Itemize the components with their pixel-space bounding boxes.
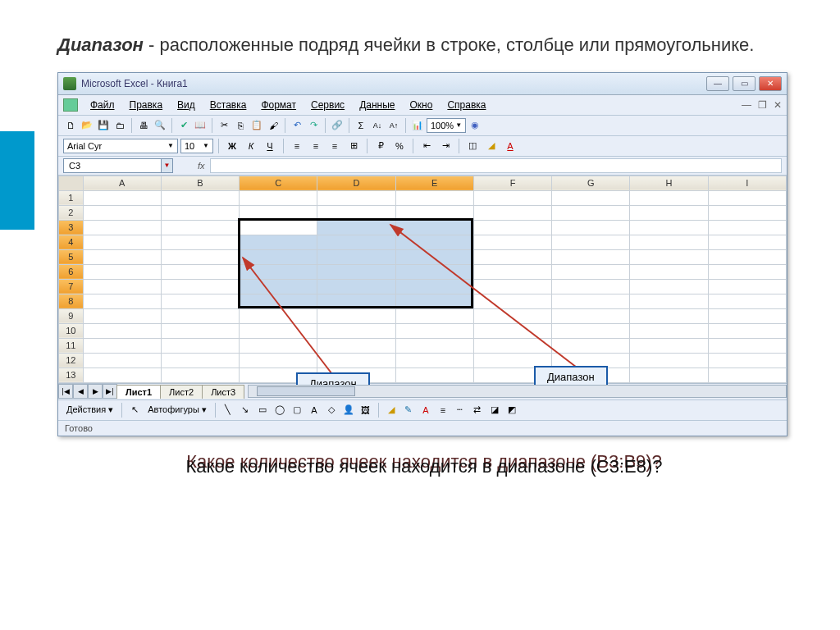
align-center-icon[interactable]: ≡ — [308, 139, 324, 153]
fx-label[interactable]: fx — [198, 161, 205, 171]
cell-C10[interactable] — [240, 323, 317, 338]
cell-E13[interactable] — [395, 368, 473, 382]
menu-help[interactable]: Справка — [441, 98, 491, 112]
currency-icon[interactable]: ₽ — [372, 139, 389, 153]
select-objects-icon[interactable]: ↖ — [127, 403, 142, 418]
cell-E10[interactable] — [395, 323, 473, 338]
doc-restore-button[interactable]: ❐ — [758, 99, 767, 111]
cell-B5[interactable] — [161, 249, 239, 264]
cell-H2[interactable] — [630, 205, 708, 220]
increase-indent-icon[interactable]: ⇥ — [437, 139, 454, 153]
decrease-indent-icon[interactable]: ⇤ — [418, 139, 435, 153]
cell-D11[interactable] — [317, 338, 395, 353]
cell-E3[interactable] — [395, 220, 473, 235]
cell-B1[interactable] — [161, 190, 239, 205]
cell-F1[interactable] — [473, 190, 551, 205]
cell-F7[interactable] — [473, 279, 551, 294]
cell-B12[interactable] — [161, 353, 239, 368]
column-header-B[interactable]: B — [161, 176, 239, 190]
cell-H5[interactable] — [630, 249, 708, 264]
cell-H1[interactable] — [630, 190, 708, 205]
menu-view[interactable]: Вид — [171, 98, 201, 112]
menu-file[interactable]: Файл — [84, 98, 121, 112]
formula-bar[interactable] — [210, 158, 782, 173]
cell-H9[interactable] — [630, 308, 708, 323]
cell-E9[interactable] — [395, 308, 473, 323]
tab-nav-prev[interactable]: ◀ — [73, 384, 88, 399]
cell-I2[interactable] — [708, 205, 786, 220]
sheet-tab-3[interactable]: Лист3 — [202, 385, 244, 399]
cell-H8[interactable] — [630, 294, 708, 308]
underline-button[interactable]: Ч — [262, 139, 278, 153]
cell-E1[interactable] — [395, 190, 473, 205]
open-icon[interactable]: 📂 — [80, 118, 94, 133]
column-header-G[interactable]: G — [552, 176, 630, 190]
diagram-icon[interactable]: ◇ — [324, 403, 339, 418]
cell-A7[interactable] — [83, 279, 161, 294]
worksheet-grid[interactable]: ABCDEFGHI12345678910111213 — [58, 176, 787, 383]
row-header-4[interactable]: 4 — [59, 235, 84, 249]
textbox-icon[interactable]: ▢ — [290, 403, 304, 418]
cell-H12[interactable] — [630, 353, 708, 368]
workbook-icon[interactable] — [63, 98, 78, 112]
column-header-A[interactable]: A — [83, 176, 161, 190]
cell-G1[interactable] — [552, 190, 630, 205]
cell-C9[interactable] — [240, 308, 317, 323]
cell-E6[interactable] — [395, 264, 473, 279]
sheet-tab-2[interactable]: Лист2 — [160, 385, 203, 399]
tab-nav-last[interactable]: ▶| — [103, 384, 117, 399]
row-header-9[interactable]: 9 — [59, 308, 84, 323]
cell-I4[interactable] — [708, 235, 786, 249]
cell-G8[interactable] — [552, 294, 630, 308]
cell-E5[interactable] — [395, 249, 473, 264]
font-color-icon[interactable]: A — [418, 403, 433, 418]
cell-D6[interactable] — [317, 264, 395, 279]
cell-I10[interactable] — [708, 323, 786, 338]
cell-I1[interactable] — [708, 190, 786, 205]
scrollbar-thumb[interactable] — [257, 386, 355, 396]
cell-A8[interactable] — [83, 294, 161, 308]
cell-I3[interactable] — [708, 220, 786, 235]
undo-icon[interactable]: ↶ — [290, 118, 304, 133]
row-header-13[interactable]: 13 — [59, 368, 84, 382]
spelling-icon[interactable]: ✔ — [176, 118, 191, 133]
cell-C6[interactable] — [240, 264, 317, 279]
shadow-icon[interactable]: ◪ — [487, 403, 502, 418]
bold-button[interactable]: Ж — [224, 139, 240, 153]
doc-minimize-button[interactable]: — — [742, 99, 751, 111]
cell-G7[interactable] — [552, 279, 630, 294]
cell-B7[interactable] — [161, 279, 239, 294]
cell-A6[interactable] — [83, 264, 161, 279]
menu-data[interactable]: Данные — [354, 98, 400, 112]
rectangle-icon[interactable]: ▭ — [255, 403, 270, 418]
cell-D7[interactable] — [317, 279, 395, 294]
cell-E8[interactable] — [395, 294, 473, 308]
cell-D10[interactable] — [317, 323, 395, 338]
cell-C4[interactable] — [240, 235, 317, 249]
cell-I6[interactable] — [708, 264, 786, 279]
chart-wizard-icon[interactable]: 📊 — [410, 118, 425, 133]
cell-F11[interactable] — [473, 338, 551, 353]
cell-C8[interactable] — [240, 294, 317, 308]
sort-asc-icon[interactable]: A↓ — [370, 118, 385, 133]
cell-E11[interactable] — [395, 338, 473, 353]
cell-B13[interactable] — [161, 368, 239, 382]
column-header-H[interactable]: H — [630, 176, 708, 190]
horizontal-scrollbar[interactable] — [248, 385, 787, 398]
cell-C1[interactable] — [240, 190, 317, 205]
new-icon[interactable]: 🗋 — [63, 118, 78, 133]
row-header-8[interactable]: 8 — [59, 294, 84, 308]
cell-B4[interactable] — [161, 235, 239, 249]
cell-H3[interactable] — [630, 220, 708, 235]
font-name-select[interactable]: Arial Cyr ▼ — [63, 139, 178, 153]
line-icon[interactable]: ╲ — [221, 403, 235, 418]
arrow-icon[interactable]: ↘ — [238, 403, 253, 418]
arrow-style-icon[interactable]: ⇄ — [470, 403, 485, 418]
cell-C2[interactable] — [240, 205, 317, 220]
row-header-1[interactable]: 1 — [59, 190, 84, 205]
cell-E12[interactable] — [395, 353, 473, 368]
cell-F2[interactable] — [473, 205, 551, 220]
cell-C7[interactable] — [240, 279, 317, 294]
cell-E4[interactable] — [395, 235, 473, 249]
column-header-C[interactable]: C — [240, 176, 317, 190]
